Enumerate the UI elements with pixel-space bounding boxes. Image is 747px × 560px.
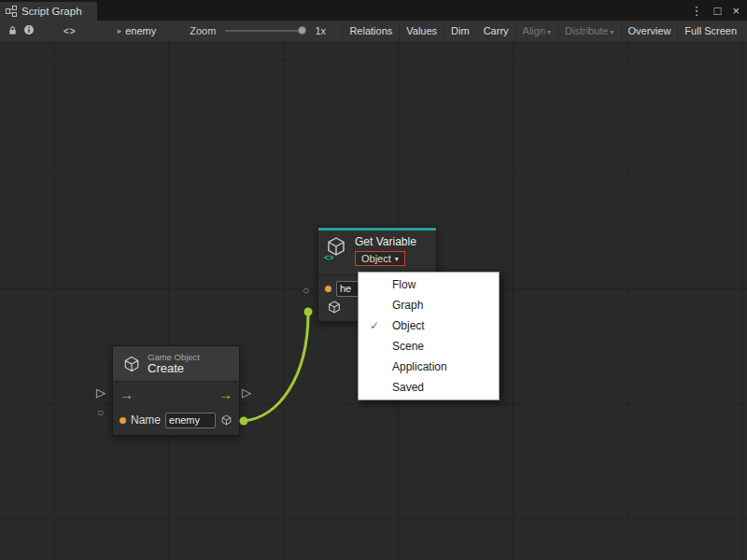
align-button-label: Align <box>523 25 545 36</box>
maximize-icon[interactable]: □ <box>714 4 722 18</box>
relations-button[interactable]: Relations <box>342 21 399 41</box>
zoom-label: Zoom <box>190 25 216 36</box>
overview-button[interactable]: Overview <box>621 21 678 41</box>
close-icon[interactable]: × <box>732 4 740 18</box>
carry-button[interactable]: Carry <box>476 21 515 41</box>
menu-item-label: Scene <box>392 340 424 353</box>
variable-kind-value: Object <box>361 253 391 264</box>
edge-start-dot[interactable] <box>240 417 248 426</box>
variable-kind-dropdown[interactable]: Object ▾ <box>355 251 405 266</box>
zoom-slider-handle[interactable] <box>298 26 306 35</box>
lock-icon[interactable] <box>4 25 21 37</box>
edge-end-dot[interactable] <box>304 308 313 316</box>
toolbar-buttons: Relations Values Dim Carry Align▾ Distri… <box>342 21 743 41</box>
menu-item-label: Graph <box>392 299 423 312</box>
connection-edge[interactable] <box>244 314 308 421</box>
tab-title: Script Graph <box>21 6 82 17</box>
variable-code-icon: <> <box>324 253 334 262</box>
create-flow-in-port[interactable]: ▷ <box>96 386 106 399</box>
fullscreen-button[interactable]: Full Screen <box>677 21 743 41</box>
menu-item-object[interactable]: ✓ Object <box>359 315 499 336</box>
zoom-value: 1x <box>315 25 326 36</box>
string-port-dot[interactable] <box>325 286 331 292</box>
window-controls: ⋮ □ × <box>691 0 747 21</box>
getvar-node-title: Get Variable <box>355 235 416 248</box>
dim-button[interactable]: Dim <box>444 21 476 41</box>
create-node-title: Create <box>148 362 200 375</box>
name-value-input[interactable] <box>165 413 216 428</box>
script-graph-icon <box>6 6 17 17</box>
distribute-button[interactable]: Distribute▾ <box>557 21 620 41</box>
menu-item-label: Flow <box>392 278 416 291</box>
flow-in-arrow-icon[interactable]: → <box>120 387 134 402</box>
graph-name-field[interactable]: ▸ enemy <box>118 25 157 36</box>
graph-name-text: enemy <box>125 25 156 36</box>
create-node-header: Game Object Create <box>113 346 239 382</box>
flow-out-arrow-icon[interactable]: → <box>218 387 233 402</box>
getvar-node-header: <> Get Variable Object ▾ <box>318 231 436 274</box>
menu-item-application[interactable]: Application <box>359 357 499 377</box>
window-tab-bar: Script Graph ⋮ □ × <box>0 0 747 21</box>
align-button[interactable]: Align▾ <box>515 21 557 41</box>
check-icon: ✓ <box>370 315 379 336</box>
zoom-slider[interactable] <box>225 30 303 32</box>
menu-item-label: Saved <box>392 381 424 394</box>
chevron-down-icon: ▾ <box>547 28 551 36</box>
chevron-down-icon: ▾ <box>611 28 614 36</box>
graph-field-arrow-icon: ▸ <box>118 26 122 35</box>
menu-item-scene[interactable]: Scene <box>359 336 499 357</box>
create-flow-out-port[interactable]: ▷ <box>242 386 251 399</box>
create-name-row: Name <box>113 406 239 434</box>
name-label: Name <box>131 413 161 427</box>
tab-script-graph[interactable]: Script Graph <box>0 2 97 21</box>
node-create-game-object[interactable]: Game Object Create → → Name <box>112 345 240 436</box>
getvar-name-in-port[interactable]: ○ <box>303 285 309 297</box>
create-flow-row: → → <box>113 382 239 406</box>
string-port-dot[interactable] <box>120 417 126 424</box>
menu-item-label: Object <box>392 319 425 332</box>
values-button[interactable]: Values <box>399 21 444 41</box>
variable-cube-icon: <> <box>325 235 349 259</box>
game-object-in-port-icon[interactable] <box>327 300 342 315</box>
menu-item-label: Application <box>392 360 447 373</box>
graph-canvas[interactable]: ▷ ○ ▷ ○ Game Object Create → → Name <box>0 41 747 560</box>
code-view-icon[interactable]: <> <box>63 26 77 36</box>
create-name-in-port[interactable]: ○ <box>97 407 104 419</box>
info-icon[interactable] <box>21 24 37 37</box>
cube-icon <box>122 355 141 373</box>
chevron-down-icon: ▾ <box>395 255 399 263</box>
window-menu-icon[interactable]: ⋮ <box>691 4 703 18</box>
graph-toolbar: <> ▸ enemy Zoom 1x Relations Values Dim … <box>0 21 747 42</box>
game-object-out-port-icon[interactable] <box>220 413 233 427</box>
distribute-button-label: Distribute <box>565 25 608 36</box>
menu-item-flow[interactable]: Flow <box>359 274 499 295</box>
menu-item-graph[interactable]: Graph <box>359 295 499 315</box>
menu-item-saved[interactable]: Saved <box>359 377 499 398</box>
variable-kind-menu: Flow Graph ✓ Object Scene Application Sa… <box>358 272 500 400</box>
